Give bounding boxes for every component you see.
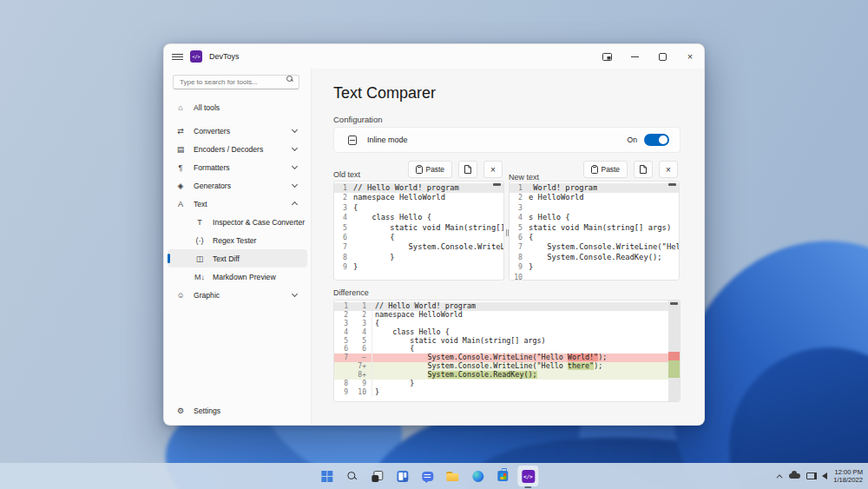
titlebar[interactable]: </> DevToys × xyxy=(164,44,704,69)
inline-mode-toggle[interactable] xyxy=(644,134,669,146)
diff-line-code: System.Console.WriteLine("Hello there"); xyxy=(372,362,602,371)
converters-icon: ⇄ xyxy=(168,127,194,135)
chat-taskbar-icon[interactable] xyxy=(417,466,437,486)
store-taskbar-icon[interactable] xyxy=(492,466,513,486)
minimize-button[interactable] xyxy=(621,44,648,69)
file-explorer-taskbar-icon[interactable] xyxy=(442,466,463,486)
code-line: 7 System.Console.WriteLine("Hello th xyxy=(510,242,679,252)
code-line: 2namespace HelloWorld xyxy=(334,193,503,202)
old-line-number: 8 xyxy=(334,380,353,388)
old-line-number: 1 xyxy=(334,302,353,311)
sidebar-item-settings[interactable]: ⚙ Settings xyxy=(168,401,307,420)
old-open-file-button[interactable] xyxy=(458,161,477,178)
diff-scrollbar[interactable] xyxy=(668,301,680,401)
onedrive-icon[interactable] xyxy=(789,473,800,479)
line-number: 9 xyxy=(334,262,353,272)
sidebar-item-text-diff[interactable]: ◫Text Diff xyxy=(168,249,307,268)
sidebar-item-regex-tester[interactable]: (·)Regex Tester xyxy=(168,231,307,249)
new-line-number: 3 xyxy=(353,320,372,328)
sidebar-item-all-tools[interactable]: ⌂All tools xyxy=(168,98,307,116)
sidebar-item-formatters[interactable]: ¶Formatters xyxy=(168,158,307,176)
old-line-number: 4 xyxy=(334,328,353,337)
sidebar-item-label: Text xyxy=(194,200,207,208)
line-code: System.Console.ReadKey(); xyxy=(529,253,662,262)
sidebar-item-markdown-preview[interactable]: M↓Markdown Preview xyxy=(168,268,307,286)
close-button[interactable]: × xyxy=(676,44,704,69)
old-clear-button[interactable]: × xyxy=(483,161,503,178)
sidebar-item-generators[interactable]: ◈Generators xyxy=(168,176,307,195)
diff-line: 44 class Hello { xyxy=(334,328,668,337)
diff-line-code: } xyxy=(372,380,414,388)
volume-icon[interactable] xyxy=(822,472,827,479)
task-view-taskbar-icon[interactable] xyxy=(366,466,387,486)
gear-icon: ⚙ xyxy=(168,406,194,415)
sidebar-item-label: Inspector & Case Converter xyxy=(213,218,305,227)
line-code: s Hello { xyxy=(529,213,570,222)
splitter-grip[interactable] xyxy=(506,229,510,236)
line-number: 7 xyxy=(334,242,353,252)
hamburger-menu-icon[interactable] xyxy=(164,54,190,60)
diff-line: 55 static void Main(string[] args) xyxy=(334,337,668,346)
code-line: 6 { xyxy=(334,233,503,242)
difference-panel[interactable]: 11// Hello World! program22namespace Hel… xyxy=(333,300,681,402)
diff-line: 910} xyxy=(334,388,668,397)
tray-hidden-icons-chevron[interactable] xyxy=(777,474,783,480)
sidebar-item-label: Generators xyxy=(194,182,231,190)
code-line: 5 static void Main(string[] args) xyxy=(334,223,503,233)
widgets-taskbar-icon[interactable] xyxy=(391,466,412,486)
chevron-up-icon xyxy=(292,202,298,208)
old-paste-button[interactable]: Paste xyxy=(408,161,452,178)
new-editor-scrollbar[interactable] xyxy=(668,183,676,186)
sidebar-item-text[interactable]: AText xyxy=(168,195,307,213)
start-taskbar-icon[interactable] xyxy=(316,466,337,486)
new-line-number: − xyxy=(353,354,372,362)
code-line: 7 System.Console.WriteLine("Hello World!… xyxy=(334,242,503,252)
sidebar-item-label: Regex Tester xyxy=(213,236,256,245)
code-line: 3 xyxy=(510,203,679,213)
sidebar-item-graphic[interactable]: ☺Graphic xyxy=(168,286,307,304)
toggle-state-label: On xyxy=(628,135,637,144)
old-line-number: 9 xyxy=(334,388,353,397)
taskbar-clock[interactable]: 12:00 PM 1/18/2022 xyxy=(833,468,863,484)
diff-line-code: { xyxy=(372,345,414,354)
diff-line-code: namespace HelloWorld xyxy=(372,311,463,320)
new-clear-button[interactable]: × xyxy=(659,161,678,178)
sidebar-item-label: Encoders / Decoders xyxy=(194,145,263,154)
code-line: 9} xyxy=(334,262,503,272)
line-number: 7 xyxy=(510,242,529,252)
code-line: 5static void Main(string[] args) xyxy=(510,223,679,233)
diff-line-code: System.Console.WriteLine("Hello World!")… xyxy=(372,354,607,362)
devtoys-taskbar-icon[interactable]: </> xyxy=(517,466,538,486)
diff-line: 89 } xyxy=(334,380,668,388)
old-line-number: 3 xyxy=(334,320,353,328)
compact-overlay-button[interactable] xyxy=(593,44,621,69)
old-editor-scrollbar[interactable] xyxy=(493,183,501,186)
line-code: // Hello World! program xyxy=(353,183,459,193)
new-open-file-button[interactable] xyxy=(634,161,653,178)
new-text-editor[interactable]: 1 World! program2e HelloWorld34s Hello {… xyxy=(509,181,680,281)
search-input[interactable] xyxy=(173,75,299,89)
line-number: 10 xyxy=(510,273,529,281)
sidebar-item-label: Graphic xyxy=(194,291,220,300)
line-code: } xyxy=(353,253,395,262)
old-text-editor[interactable]: 1// Hello World! program2namespace Hello… xyxy=(333,181,504,281)
search-icon[interactable] xyxy=(286,76,293,83)
code-line: 4 class Hello { xyxy=(334,213,503,222)
new-paste-button[interactable]: Paste xyxy=(583,161,628,178)
maximize-button[interactable] xyxy=(648,44,676,69)
line-number: 9 xyxy=(510,262,529,272)
diff-line: 11// Hello World! program xyxy=(334,302,668,311)
sidebar-item-encoders-decoders[interactable]: ▤Encoders / Decoders xyxy=(168,140,307,158)
old-line-number: 5 xyxy=(334,337,353,346)
line-code: { xyxy=(353,203,358,213)
code-line: 9} xyxy=(510,262,679,272)
search-taskbar-icon[interactable] xyxy=(341,466,362,486)
diff-line-code: System.Console.ReadKey(); xyxy=(372,371,537,380)
edge-taskbar-icon[interactable] xyxy=(467,466,488,486)
diff-line-code: class Hello { xyxy=(372,328,450,337)
diff-scroll-handle[interactable] xyxy=(670,302,678,305)
sidebar-item-converters[interactable]: ⇄Converters xyxy=(168,122,307,140)
encoders-decoders-icon: ▤ xyxy=(168,145,194,154)
sidebar-item-inspector-case-converter[interactable]: TInspector & Case Converter xyxy=(168,213,307,231)
diff-line: 22namespace HelloWorld xyxy=(334,311,668,320)
